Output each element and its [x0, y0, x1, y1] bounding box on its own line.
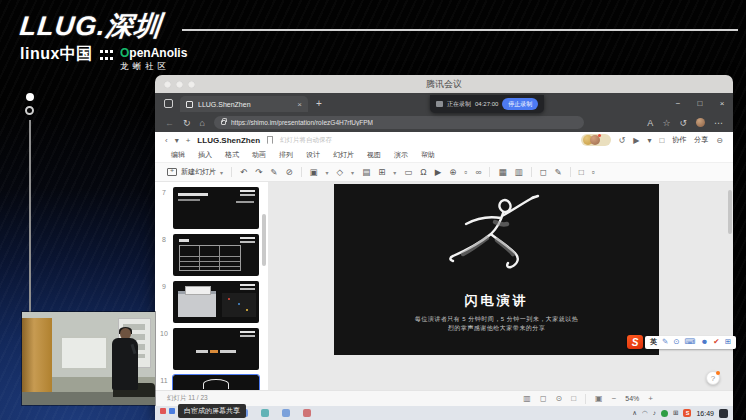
thumbnail-scrollbar[interactable] — [262, 214, 266, 266]
new-slide-button[interactable]: 新建幻灯片 ▾ — [167, 167, 223, 177]
thumbnail-row[interactable]: 11 — [155, 375, 268, 390]
menu-format[interactable]: 格式 — [225, 150, 239, 160]
insert-attachment-icon[interactable]: ⊕ — [449, 168, 456, 177]
insert-video-icon[interactable]: ▶ — [435, 168, 442, 177]
caret-icon[interactable]: ▾ — [326, 169, 329, 176]
insert-image-icon[interactable]: ▣ — [310, 168, 318, 177]
menu-slide[interactable]: 幻灯片 — [333, 150, 354, 160]
meeting-tool-icon[interactable] — [160, 408, 166, 414]
menu-arrange[interactable]: 排列 — [279, 150, 293, 160]
doc-back-icon[interactable]: ‹ — [165, 136, 168, 145]
menu-edit[interactable]: 编辑 — [171, 150, 185, 160]
insert-shape-icon[interactable]: ◇ — [337, 168, 344, 177]
workspaces-icon[interactable] — [164, 99, 173, 108]
favorite-star-icon[interactable]: ☆ — [662, 118, 670, 128]
thumbnail-row[interactable]: 7 — [155, 187, 268, 229]
new-tab-button[interactable]: + — [316, 98, 322, 109]
sync-icon[interactable]: ↺ — [679, 118, 687, 128]
history-icon[interactable]: ↺ — [619, 136, 626, 145]
refresh-icon[interactable]: ↻ — [183, 118, 191, 128]
slide-thumbnail-7[interactable] — [173, 187, 259, 229]
zoom-out-icon[interactable]: − — [612, 394, 617, 403]
collaborator-avatars[interactable] — [581, 134, 611, 146]
insert-textbox-icon[interactable]: ▭ — [404, 168, 412, 177]
redo-icon[interactable]: ↷ — [255, 168, 262, 177]
slide-thumbnail-8[interactable] — [173, 234, 259, 276]
browser-profile-avatar[interactable] — [696, 118, 705, 127]
slide-thumbnail-9[interactable] — [173, 281, 259, 323]
caret-icon[interactable]: ▾ — [393, 169, 396, 176]
more-menu-icon[interactable]: ⋯ — [714, 118, 723, 128]
address-bar[interactable]: https://shimo.im/presentation/roIezG4H7r… — [214, 116, 584, 129]
slide-thumbnail-10[interactable] — [173, 328, 259, 370]
wifi-icon[interactable]: ◠ — [642, 410, 648, 417]
stop-recording-button[interactable]: 停止录制 — [502, 98, 538, 110]
display-mode-icon[interactable]: □ — [659, 136, 664, 145]
menu-present[interactable]: 演示 — [394, 150, 408, 160]
taskbar-app-icons[interactable] — [240, 409, 311, 417]
more-circle-icon[interactable]: ⊖ — [716, 136, 723, 145]
read-aloud-icon[interactable]: A — [647, 118, 653, 128]
thumbnail-row[interactable]: 8 — [155, 234, 268, 276]
ime-pen-icon[interactable]: ✎ — [662, 338, 668, 346]
insert-link-icon[interactable]: ∞ — [475, 168, 481, 177]
format-painter-icon[interactable]: ✎ — [270, 168, 277, 177]
tray-chevron-icon[interactable]: ∧ — [632, 410, 637, 417]
current-slide[interactable]: 闪电演讲 每位演讲者只有 5 分钟时间，5 分钟一到来，大家就以热 烈的掌声感谢… — [334, 184, 659, 355]
play-slideshow-icon[interactable]: ⊙ — [556, 394, 563, 403]
speaker-notes-icon[interactable]: ▫ — [592, 168, 595, 177]
comment-icon[interactable]: ◻ — [540, 168, 547, 177]
volume-icon[interactable]: ♪ — [653, 410, 656, 417]
comments-icon[interactable]: ◻ — [540, 394, 547, 403]
home-icon[interactable]: ⌂ — [200, 118, 205, 128]
present-caret-icon[interactable]: ▾ — [647, 136, 651, 145]
zoom-level[interactable]: 54% — [625, 395, 639, 402]
caret-icon[interactable]: ▾ — [351, 169, 354, 176]
browser-tab[interactable]: LLUG.ShenZhen × — [180, 96, 308, 112]
undo-icon[interactable]: ↶ — [240, 168, 247, 177]
menu-design[interactable]: 设计 — [306, 150, 320, 160]
clock[interactable]: 16:49 — [696, 410, 714, 417]
menu-insert[interactable]: 插入 — [198, 150, 212, 160]
thumbnail-row[interactable]: 9 — [155, 281, 268, 323]
clear-format-icon[interactable]: ⊘ — [285, 168, 292, 177]
fit-view-icon[interactable]: ▣ — [595, 394, 603, 403]
sogou-logo-icon[interactable]: S — [627, 335, 643, 349]
ime-toolbox-icon[interactable]: ⊞ — [725, 338, 731, 346]
slide-thumbnail-11[interactable] — [173, 375, 259, 390]
menu-view[interactable]: 视图 — [367, 150, 381, 160]
ime-account-icon[interactable]: ☻ — [700, 338, 708, 346]
share-button[interactable]: 分享 — [694, 135, 708, 145]
doc-back-caret-icon[interactable]: ▾ — [175, 136, 179, 145]
help-button[interactable]: ? — [706, 371, 720, 385]
shimo-tray-icon[interactable]: S — [683, 409, 691, 417]
canvas-scrollbar[interactable] — [728, 190, 732, 234]
insert-chart-icon[interactable]: ▤ — [362, 168, 370, 177]
maximize-button[interactable]: □ — [689, 99, 711, 108]
bookmark-icon[interactable] — [267, 136, 273, 144]
ime-settings-icon[interactable]: ⊙ — [673, 338, 679, 346]
thumbnail-row[interactable]: 10 — [155, 328, 268, 370]
ime-language-mode[interactable]: 英 — [650, 337, 657, 347]
tray-grid-icon[interactable]: ⊞ — [673, 410, 678, 417]
minimize-button[interactable]: − — [667, 99, 689, 108]
close-button[interactable]: × — [711, 99, 733, 108]
insert-table-icon[interactable]: ⊞ — [378, 168, 385, 177]
notification-center-icon[interactable] — [719, 409, 728, 418]
theme-icon[interactable]: ▦ — [498, 168, 506, 177]
zoom-in-icon[interactable]: + — [648, 394, 653, 403]
menu-animation[interactable]: 动画 — [252, 150, 266, 160]
insert-embed-icon[interactable]: ▫ — [464, 168, 467, 177]
ime-check-icon[interactable]: ✔ — [713, 338, 719, 346]
ime-keyboard-icon[interactable]: ⌨ — [685, 338, 696, 346]
slide-thumbnail-panel[interactable]: 7 8 9 — [155, 182, 268, 390]
annotate-icon[interactable]: ✎ — [555, 168, 562, 177]
tray-green-app-icon[interactable] — [661, 410, 668, 417]
menu-help[interactable]: 帮助 — [421, 150, 435, 160]
presenter-view-icon[interactable]: □ — [579, 168, 584, 177]
fullscreen-icon[interactable]: □ — [571, 394, 576, 403]
tab-close-icon[interactable]: × — [297, 100, 302, 109]
notes-icon[interactable]: ▥ — [523, 394, 531, 403]
present-play-icon[interactable]: ▶ — [633, 136, 639, 145]
back-icon[interactable]: ← — [165, 118, 174, 128]
